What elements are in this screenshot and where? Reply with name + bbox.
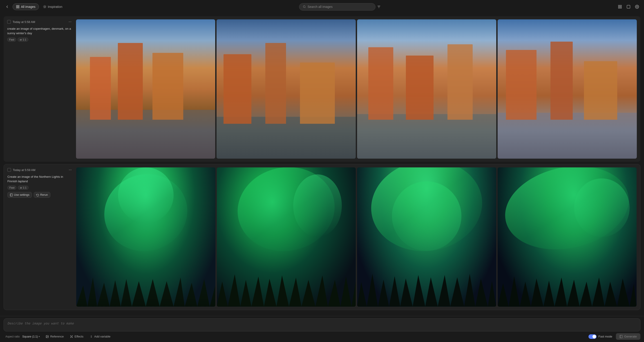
bottom-toolbar: Aspect ratio Square (1:1) ▾ Reference Ef…	[0, 316, 644, 342]
reference-icon	[46, 335, 49, 338]
settings-nav-button[interactable]	[634, 3, 640, 10]
aspect-ratio-control[interactable]: Aspect ratio Square (1:1) ▾	[4, 334, 42, 339]
svg-point-29	[70, 335, 71, 336]
effects-icon	[70, 335, 73, 338]
all-images-button[interactable]: All images	[12, 3, 39, 10]
bottom-controls: Aspect ratio Square (1:1) ▾ Reference Ef…	[4, 333, 640, 342]
session-card: Today at 5:59 AM ··· Create an image of …	[4, 164, 640, 310]
image-thumb[interactable]	[76, 19, 215, 159]
image-thumb[interactable]	[76, 167, 216, 307]
image-thumb[interactable]	[357, 19, 496, 159]
image-nl-3	[357, 167, 496, 307]
list-icon	[626, 5, 630, 9]
tag-fast: Fast	[8, 186, 16, 190]
add-variable-icon	[90, 335, 93, 338]
add-variable-label: Add variable	[94, 335, 110, 338]
tag-ar: ar 1:1	[18, 186, 28, 190]
session-tags: Fast ar 1:1	[7, 38, 72, 42]
image-cph-4	[498, 19, 637, 159]
svg-rect-1	[18, 6, 19, 7]
image-grid-northern-lights	[76, 167, 636, 307]
image-thumb[interactable]	[498, 19, 637, 159]
search-bar[interactable]	[299, 3, 376, 11]
aspect-ratio-label: Aspect ratio	[6, 335, 20, 338]
reference-label: Reference	[50, 335, 64, 338]
session-actions: Use settings Rerun	[8, 192, 73, 198]
session-checkbox[interactable]	[8, 168, 11, 172]
prompt-area	[4, 318, 640, 331]
prompt-textarea[interactable]	[8, 321, 636, 327]
inspiration-button[interactable]: Inspiration	[41, 4, 65, 10]
reference-button[interactable]: Reference	[44, 334, 66, 339]
image-grid-copenhagen	[76, 19, 637, 159]
image-nl-1	[76, 167, 216, 307]
back-button[interactable]	[4, 3, 11, 10]
tag-fast: Fast	[7, 38, 16, 42]
search-icon	[303, 5, 306, 8]
session-time: Today at 5:58 AM	[12, 20, 66, 24]
svg-rect-19	[620, 5, 622, 6]
image-thumb[interactable]	[498, 167, 637, 307]
image-thumb[interactable]	[357, 167, 496, 307]
svg-rect-24	[10, 194, 12, 196]
image-cph-3	[357, 19, 496, 159]
image-thumb[interactable]	[216, 19, 356, 159]
svg-point-31	[72, 337, 73, 337]
svg-rect-20	[620, 7, 622, 8]
list-view-button[interactable]	[625, 3, 632, 10]
svg-rect-22	[627, 5, 630, 8]
svg-point-4	[44, 6, 46, 8]
session-prompt: create an image of copenhagen, denmark, …	[7, 27, 72, 35]
image-cph-2	[216, 19, 356, 159]
rerun-icon	[36, 193, 39, 196]
inspiration-label: Inspiration	[48, 5, 62, 9]
rerun-button[interactable]: Rerun	[34, 192, 50, 198]
main-content: Today at 5:58 AM ··· create an image of …	[0, 14, 644, 316]
svg-point-27	[47, 336, 47, 336]
svg-rect-21	[618, 7, 620, 8]
generate-button[interactable]: Generate	[616, 333, 640, 340]
svg-rect-0	[16, 6, 18, 7]
svg-rect-3	[16, 7, 18, 8]
generate-icon	[620, 335, 623, 338]
toggle-knob	[592, 335, 596, 338]
search-area	[66, 3, 615, 11]
fast-mode-area: Fast mode	[588, 334, 612, 339]
grid-view-button[interactable]	[616, 3, 623, 10]
svg-point-13	[303, 6, 305, 8]
session-tags: Fast ar 1:1	[8, 186, 73, 190]
gear-icon	[635, 5, 639, 9]
top-nav: All images Inspiration	[0, 0, 644, 14]
session-card: Today at 5:58 AM ··· create an image of …	[4, 16, 640, 162]
svg-point-30	[72, 335, 73, 336]
filter-button[interactable]	[376, 3, 382, 11]
use-settings-button[interactable]: Use settings	[8, 192, 32, 198]
session-header: Today at 5:58 AM ···	[7, 19, 72, 24]
fast-mode-toggle[interactable]	[588, 334, 596, 339]
image-nl-4	[498, 167, 637, 307]
filter-icon	[377, 5, 381, 9]
image-thumb[interactable]	[217, 167, 356, 307]
effects-button[interactable]: Effects	[68, 334, 86, 339]
session-meta: Today at 5:59 AM ··· Create an image of …	[8, 167, 73, 198]
add-variable-button[interactable]: Add variable	[88, 334, 113, 339]
session-menu-button[interactable]: ···	[68, 19, 72, 24]
image-cph-1	[76, 19, 215, 159]
session-checkbox[interactable]	[7, 20, 11, 24]
aspect-ratio-value: Square (1:1)	[22, 335, 38, 338]
search-input[interactable]	[308, 5, 372, 9]
session-time: Today at 5:59 AM	[13, 168, 66, 172]
svg-rect-2	[18, 7, 19, 8]
use-settings-label: Use settings	[14, 193, 30, 196]
chevron-down-icon: ▾	[39, 335, 40, 338]
session-header: Today at 5:59 AM ···	[8, 167, 73, 172]
nav-right-controls	[616, 3, 640, 10]
svg-point-28	[71, 336, 72, 337]
session-menu-button[interactable]: ···	[68, 167, 73, 172]
svg-point-32	[70, 337, 71, 337]
svg-rect-18	[618, 5, 620, 6]
session-meta: Today at 5:58 AM ··· create an image of …	[7, 19, 72, 44]
rerun-label: Rerun	[40, 193, 48, 196]
svg-rect-39	[620, 335, 622, 338]
effects-label: Effects	[74, 335, 84, 338]
